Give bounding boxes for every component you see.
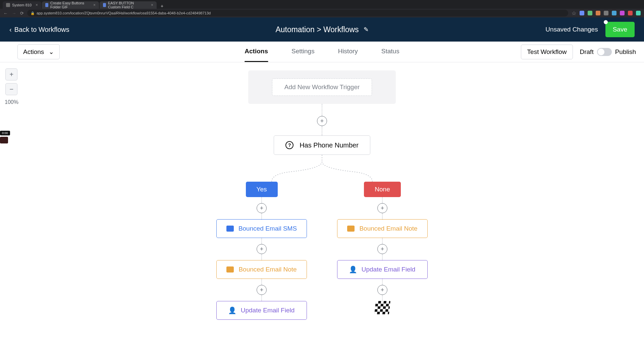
workflow-flow: Add New Workflow Trigger + ? Has Phone N… <box>216 70 428 320</box>
tab-favicon-icon <box>45 3 48 7</box>
tab-status[interactable]: Status <box>381 42 399 62</box>
action-bounced-email-sms[interactable]: Bounced Email SMS <box>216 219 307 238</box>
note-icon <box>226 266 234 273</box>
recorder-time: 0:00 <box>0 131 10 135</box>
branch-yes-label[interactable]: Yes <box>246 182 278 197</box>
unsaved-changes-label: Unsaved Changes <box>545 26 598 33</box>
extension-icon[interactable] <box>620 11 625 15</box>
close-icon[interactable]: × <box>151 3 153 7</box>
save-button[interactable]: Save <box>605 22 635 37</box>
chevron-left-icon: ‹ <box>9 26 12 34</box>
tab-actions[interactable]: Actions <box>245 42 268 62</box>
browser-toolbar: ← → ⟳ 🔒 app.system810.com/location/ZQtsv… <box>0 9 644 17</box>
action-label: Bounced Email Note <box>359 225 417 232</box>
add-step-button[interactable]: + <box>317 116 327 126</box>
nav-tabs: Actions Settings History Status <box>245 42 399 62</box>
breadcrumb: Automation > Workflows <box>275 25 359 34</box>
connector-line <box>382 254 383 260</box>
browser-chrome: System 810 × Create Easy Buttons Folder … <box>0 0 644 17</box>
connector-line <box>382 295 383 301</box>
tab-favicon-icon <box>6 3 10 7</box>
action-label: Update Email Field <box>241 307 295 314</box>
zoom-level: 100% <box>5 99 18 105</box>
zoom-in-button[interactable]: + <box>5 68 17 80</box>
workflow-canvas[interactable]: + − 100% 0:00 Add New Workflow Trigger +… <box>0 62 644 362</box>
url-text: app.system810.com/location/ZQtsvm0nrurVQ… <box>37 11 211 15</box>
connector-line <box>382 279 383 285</box>
note-icon <box>347 226 355 232</box>
connector-line <box>261 279 262 285</box>
publish-toggle[interactable] <box>597 48 612 56</box>
action-bounced-email-note[interactable]: Bounced Email Note <box>216 260 307 279</box>
extension-icon[interactable] <box>580 11 584 15</box>
screen-recorder-widget[interactable]: 0:00 <box>0 129 10 143</box>
workflow-subnav: Actions ⌄ Actions Settings History Statu… <box>0 42 644 62</box>
lock-icon: 🔒 <box>31 11 35 15</box>
browser-tab[interactable]: EASY BUTTON Custom Field C × <box>100 1 157 9</box>
add-step-button[interactable]: + <box>257 244 267 254</box>
tab-title: System 810 <box>12 3 32 7</box>
add-step-button[interactable]: + <box>257 203 267 213</box>
tab-title: EASY BUTTON Custom Field C <box>108 1 147 9</box>
branch-columns: Yes + Bounced Email SMS + Bounced Email … <box>216 182 428 320</box>
browser-tab[interactable]: System 810 × <box>3 1 41 9</box>
action-label: Bounced Email SMS <box>238 225 297 232</box>
reload-icon[interactable]: ⟳ <box>20 11 24 16</box>
extension-icon[interactable] <box>604 11 608 15</box>
branch-split <box>221 155 423 182</box>
recorder-stop-icon[interactable] <box>0 137 8 143</box>
branch-none-column: None + Bounced Email Note + 👤 Update Ema… <box>337 182 428 320</box>
tab-settings[interactable]: Settings <box>291 42 315 62</box>
branch-yes-column: Yes + Bounced Email SMS + Bounced Email … <box>216 182 307 320</box>
back-label: Back to Workflows <box>14 26 69 34</box>
close-icon[interactable]: × <box>93 3 96 7</box>
extension-icon[interactable] <box>588 11 592 15</box>
actions-dropdown[interactable]: Actions ⌄ <box>17 44 60 59</box>
add-step-button[interactable]: + <box>377 285 387 295</box>
connector-line <box>382 213 383 219</box>
browser-tab-bar: System 810 × Create Easy Buttons Folder … <box>0 0 644 9</box>
draft-label: Draft <box>580 48 593 56</box>
action-label: Update Email Field <box>362 266 416 273</box>
browser-tab[interactable]: Create Easy Buttons Folder GIF × <box>42 1 99 9</box>
close-icon[interactable]: × <box>36 3 38 7</box>
connector-line <box>322 104 322 116</box>
user-icon: 👤 <box>350 266 357 273</box>
page-title: Automation > Workflows ✎ <box>275 25 368 34</box>
action-update-email-field[interactable]: 👤 Update Email Field <box>216 301 307 320</box>
new-tab-button[interactable]: + <box>157 3 167 9</box>
tab-history[interactable]: History <box>338 42 358 62</box>
extension-icon[interactable] <box>596 11 600 15</box>
bookmark-icon[interactable]: ☆ <box>572 10 576 16</box>
add-step-button[interactable]: + <box>377 244 387 254</box>
action-bounced-email-note[interactable]: Bounced Email Note <box>337 219 428 238</box>
tab-favicon-icon <box>103 3 106 7</box>
extension-icon[interactable] <box>636 11 641 15</box>
address-bar[interactable]: 🔒 app.system810.com/location/ZQtsvm0nrur… <box>27 10 568 16</box>
zoom-controls: + − 100% <box>5 68 18 105</box>
test-workflow-button[interactable]: Test Workflow <box>521 45 573 59</box>
back-icon[interactable]: ← <box>3 11 8 16</box>
extension-icon[interactable] <box>612 11 616 15</box>
connector-line <box>261 213 262 219</box>
trigger-container: Add New Workflow Trigger <box>248 70 396 104</box>
tab-title: Create Easy Buttons Folder GIF <box>50 1 89 9</box>
forward-icon[interactable]: → <box>12 11 16 16</box>
connector-line <box>322 126 322 135</box>
add-step-button[interactable]: + <box>257 285 267 295</box>
pencil-icon[interactable]: ✎ <box>364 26 369 33</box>
extension-icon[interactable] <box>628 11 633 15</box>
condition-node[interactable]: ? Has Phone Number <box>274 135 370 155</box>
dropdown-label: Actions <box>23 48 44 56</box>
publish-toggle-group: Draft Publish <box>580 48 636 56</box>
add-trigger-button[interactable]: Add New Workflow Trigger <box>272 78 372 96</box>
user-icon: 👤 <box>229 307 236 313</box>
action-label: Bounced Email Note <box>238 266 297 273</box>
app-header: ‹ Back to Workflows Automation > Workflo… <box>0 17 644 42</box>
zoom-out-button[interactable]: − <box>5 83 17 95</box>
branch-none-label[interactable]: None <box>364 182 400 197</box>
back-to-workflows-link[interactable]: ‹ Back to Workflows <box>9 26 69 34</box>
action-update-email-field[interactable]: 👤 Update Email Field <box>337 260 428 279</box>
add-step-button[interactable]: + <box>377 203 387 213</box>
connector-line <box>261 197 262 203</box>
